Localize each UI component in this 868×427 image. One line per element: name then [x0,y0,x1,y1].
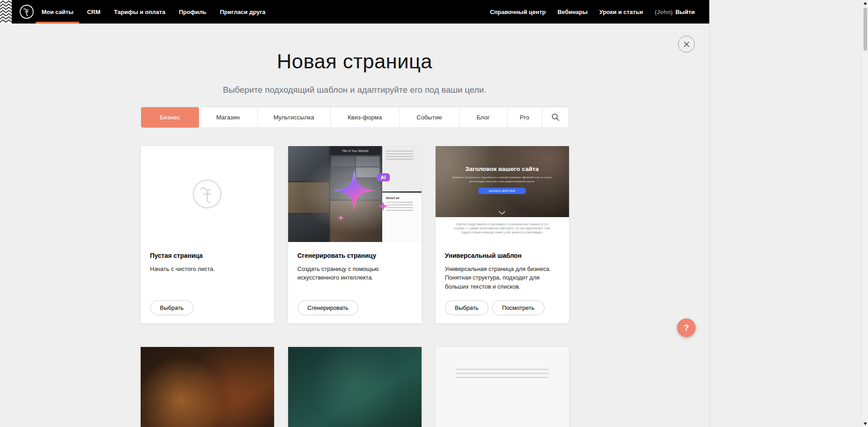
nav-item-my-sites[interactable]: Мои сайты [42,0,73,24]
scroll-up-arrow[interactable] [862,0,868,6]
topbar-spacer [266,0,490,24]
blank-template-preview[interactable] [141,146,274,242]
nav-item-invite-friend[interactable]: Пригласи друга [220,0,266,24]
tilda-logo-icon [19,4,35,20]
tab-business[interactable]: Бизнес [141,107,199,128]
tilda-logo[interactable] [12,0,42,24]
view-universal-button[interactable]: Посмотреть [492,300,545,315]
template-search-button[interactable] [542,107,569,128]
nav-item-profile[interactable]: Профиль [179,0,206,24]
template-category-tabs: Бизнес Магазин Мультиссылка Квиз-форма С… [141,107,569,128]
card-description: Универсальная страница для бизнеса. Поня… [445,265,560,291]
help-button[interactable]: ? [677,318,696,337]
top-navigation-bar: Мои сайты CRM Тарифы и оплата Профиль Пр… [0,0,709,24]
card-title: Универсальный шаблон [445,252,560,259]
close-icon [683,41,690,47]
user-name: (John) [655,9,673,15]
user-box: (John) Выйти [655,0,695,24]
universal-preview-hero: Заголовок вашего сайта Добавьте интересн… [436,146,569,217]
card-title: Сгенерировать страницу [298,252,412,259]
template-preview[interactable] [436,347,569,427]
logout-link[interactable]: Выйти [675,9,695,15]
chevron-down-icon [498,211,506,214]
ai-template-preview[interactable]: Title of Your Website About us [288,146,422,242]
template-grid-row-2 [141,347,569,427]
template-card-blank: Пустая страница Начать с чистого листа. … [141,146,274,323]
preview-site-heading: Заголовок вашего сайта [436,146,569,172]
nav-item-crm[interactable]: CRM [87,0,100,24]
universal-preview-body: Коротко представьтесь и расскажите о ком… [436,217,569,235]
app-window: Мои сайты CRM Тарифы и оплата Профиль Пр… [0,0,710,427]
nav-item-help-center[interactable]: Справочный центр [490,0,545,24]
tab-multilink[interactable]: Мультиссылка [258,107,331,128]
generate-button[interactable]: Сгенерировать [298,300,359,315]
nav-item-webinars[interactable]: Вебинары [557,0,588,24]
scroll-down-arrow[interactable] [862,421,868,427]
card-description: Создать страницу с помощью искусственног… [298,265,412,282]
ai-badge: AI [377,173,390,181]
zigzag-pattern-decoration [0,0,12,24]
template-card [141,347,274,427]
ai-sparkle-icon [332,168,377,213]
template-grid: Пустая страница Начать с чистого листа. … [141,146,569,323]
mosaic-site-title: Title of Your Website [332,149,379,152]
vertical-scrollbar[interactable] [862,0,868,427]
page-title: Новая страница [0,50,709,73]
close-button[interactable] [678,36,695,52]
tab-blog[interactable]: Блог [460,107,508,128]
template-preview[interactable] [288,347,422,427]
card-title: Пустая страница [150,252,265,259]
template-card-universal: Заголовок вашего сайта Добавьте интересн… [436,146,569,323]
tab-pro[interactable]: Pro [508,107,542,128]
template-preview[interactable] [141,347,274,427]
preview-site-subheading: Добавьте интересные подробности о вашей … [450,176,554,184]
tab-quiz-form[interactable]: Квиз-форма [331,107,400,128]
small-sparkle-icon [377,200,389,212]
preview-cta-button: ЦЕЛЕВОЕ ДЕЙСТВИЕ [478,188,526,194]
preview-body-text: Коротко представьтесь и расскажите о ком… [454,222,550,235]
template-card [436,347,569,427]
card-description: Начать с чистого листа. [150,265,265,274]
small-sparkle-icon [337,214,345,222]
tab-event[interactable]: Событие [400,107,460,128]
nav-item-lessons[interactable]: Уроки и статьи [599,0,643,24]
universal-template-preview[interactable]: Заголовок вашего сайта Добавьте интересн… [436,146,569,242]
tab-store[interactable]: Магазин [199,107,258,128]
main-nav: Мои сайты CRM Тарифы и оплата Профиль Пр… [42,0,266,24]
scrollbar-thumb[interactable] [863,8,867,51]
tilda-watermark-icon [190,177,224,211]
page-subtitle: Выберите подходящий шаблон и адаптируйте… [0,85,709,95]
choose-blank-button[interactable]: Выбрать [150,300,194,315]
choose-universal-button[interactable]: Выбрать [445,300,489,315]
search-icon [551,113,560,122]
template-card-ai-generate: Title of Your Website About us [288,146,422,323]
template-card [288,347,422,427]
nav-item-plans[interactable]: Тарифы и оплата [114,0,165,24]
secondary-nav: Справочный центр Вебинары Уроки и статьи… [490,0,695,24]
